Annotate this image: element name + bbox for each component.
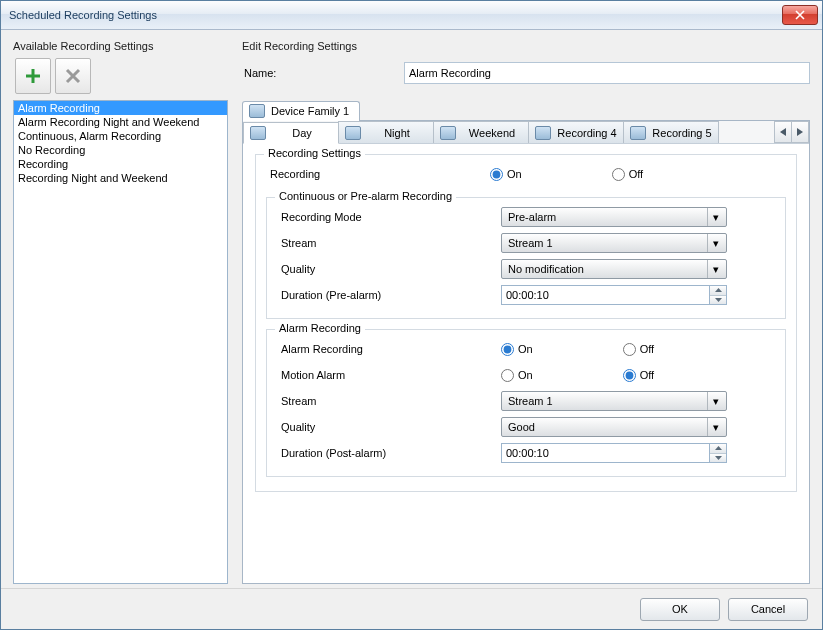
alarm-legend: Alarm Recording xyxy=(275,322,365,334)
chevron-down-icon: ▾ xyxy=(707,260,724,278)
chevron-left-icon xyxy=(780,128,786,136)
duration-pre-input[interactable] xyxy=(501,285,709,305)
chevron-down-icon: ▾ xyxy=(707,392,724,410)
available-settings-panel: Available Recording Settings Alarm Recor… xyxy=(13,40,228,584)
schedule-tab-night[interactable]: Night xyxy=(338,121,434,143)
list-item[interactable]: Recording xyxy=(14,157,227,171)
duration-pre-spinner[interactable] xyxy=(501,285,727,305)
list-item[interactable]: Continuous, Alarm Recording xyxy=(14,129,227,143)
delete-button[interactable] xyxy=(55,58,91,94)
titlebar: Scheduled Recording Settings xyxy=(1,1,822,30)
motion-on-radio[interactable] xyxy=(501,369,514,382)
alarmrec-on-radio[interactable] xyxy=(501,343,514,356)
name-input[interactable] xyxy=(404,62,810,84)
motion-off-radio[interactable] xyxy=(623,369,636,382)
stream-row: Stream Stream 1 ▾ xyxy=(277,230,775,256)
tab-scroll-right-button[interactable] xyxy=(792,121,809,143)
motion-on[interactable]: On xyxy=(501,369,533,382)
stream-label: Stream xyxy=(277,237,501,249)
schedule-icon xyxy=(535,126,551,140)
spin-down-button[interactable] xyxy=(710,454,726,463)
spin-up-button[interactable] xyxy=(710,286,726,296)
mode-select[interactable]: Pre-alarm ▾ xyxy=(501,207,727,227)
dialog-window: Scheduled Recording Settings Available R… xyxy=(0,0,823,630)
dialog-body: Available Recording Settings Alarm Recor… xyxy=(1,30,822,588)
recording-off-radio[interactable] xyxy=(612,168,625,181)
name-label: Name: xyxy=(244,67,404,79)
duration-post-spinner[interactable] xyxy=(501,443,727,463)
alarm-group: Alarm Recording Alarm Recording On xyxy=(266,329,786,477)
schedule-tab-weekend[interactable]: Weekend xyxy=(433,121,529,143)
alarmrec-row: Alarm Recording On Off xyxy=(277,336,775,362)
duration-pre-spinbtns xyxy=(709,285,727,305)
tab-scroll-left-button[interactable] xyxy=(774,121,792,143)
chevron-right-icon xyxy=(797,128,803,136)
alarmrec-off[interactable]: Off xyxy=(623,343,654,356)
stream2-select[interactable]: Stream 1 ▾ xyxy=(501,391,727,411)
motion-radios: On Off xyxy=(501,369,654,382)
chevron-down-icon xyxy=(715,456,722,460)
schedule-tab-label: Recording 4 xyxy=(557,127,617,139)
stream2-label: Stream xyxy=(277,395,501,407)
schedule-icon xyxy=(345,126,361,140)
duration-post-label: Duration (Post-alarm) xyxy=(277,447,501,459)
motion-label: Motion Alarm xyxy=(277,369,501,381)
continuous-legend: Continuous or Pre-alarm Recording xyxy=(275,190,456,202)
schedule-tab-recording-4[interactable]: Recording 4 xyxy=(528,121,624,143)
motion-row: Motion Alarm On Off xyxy=(277,362,775,388)
device-family-panel: DayNightWeekendRecording 4Recording 5 Re… xyxy=(242,120,810,584)
quality2-select[interactable]: Good ▾ xyxy=(501,417,727,437)
schedule-icon xyxy=(440,126,456,140)
alarmrec-label: Alarm Recording xyxy=(277,343,501,355)
quality-select[interactable]: No modification ▾ xyxy=(501,259,727,279)
recording-settings-legend: Recording Settings xyxy=(264,147,365,159)
stream-select[interactable]: Stream 1 ▾ xyxy=(501,233,727,253)
chevron-down-icon xyxy=(715,298,722,302)
device-family-tab-label: Device Family 1 xyxy=(271,105,349,117)
duration-post-spinbtns xyxy=(709,443,727,463)
chevron-down-icon: ▾ xyxy=(707,418,724,436)
available-settings-list[interactable]: Alarm RecordingAlarm Recording Night and… xyxy=(13,100,228,584)
schedule-icon xyxy=(630,126,646,140)
ok-button[interactable]: OK xyxy=(640,598,720,621)
recording-on-radio[interactable] xyxy=(490,168,503,181)
spin-down-button[interactable] xyxy=(710,296,726,305)
device-family-tab[interactable]: Device Family 1 xyxy=(242,101,360,121)
schedule-tab-nav xyxy=(774,121,809,143)
alarmrec-on[interactable]: On xyxy=(501,343,533,356)
list-item[interactable]: Alarm Recording Night and Weekend xyxy=(14,115,227,129)
list-item[interactable]: Recording Night and Weekend xyxy=(14,171,227,185)
camera-icon xyxy=(249,104,265,118)
recording-on[interactable]: On xyxy=(490,168,522,181)
continuous-group: Continuous or Pre-alarm Recording Record… xyxy=(266,197,786,319)
cancel-button[interactable]: Cancel xyxy=(728,598,808,621)
edit-settings-label: Edit Recording Settings xyxy=(242,40,810,52)
recording-off[interactable]: Off xyxy=(612,168,643,181)
edit-settings-panel: Edit Recording Settings Name: Device Fam… xyxy=(242,40,810,584)
recording-row: Recording On Off xyxy=(266,161,786,187)
recording-settings-group: Recording Settings Recording On Off xyxy=(255,154,797,492)
quality-label: Quality xyxy=(277,263,501,275)
schedule-tabs: DayNightWeekendRecording 4Recording 5 xyxy=(243,121,809,144)
recording-radios: On Off xyxy=(490,168,643,181)
motion-off[interactable]: Off xyxy=(623,369,654,382)
alarmrec-radios: On Off xyxy=(501,343,654,356)
spin-up-button[interactable] xyxy=(710,444,726,454)
quality-row: Quality No modification ▾ xyxy=(277,256,775,282)
duration-post-row: Duration (Post-alarm) xyxy=(277,440,775,466)
list-item[interactable]: No Recording xyxy=(14,143,227,157)
duration-pre-row: Duration (Pre-alarm) xyxy=(277,282,775,308)
schedule-tab-recording-5[interactable]: Recording 5 xyxy=(623,121,719,143)
dialog-footer: OK Cancel xyxy=(1,588,822,629)
plus-icon xyxy=(23,66,43,86)
add-button[interactable] xyxy=(15,58,51,94)
duration-post-input[interactable] xyxy=(501,443,709,463)
schedule-tab-day[interactable]: Day xyxy=(243,122,339,144)
delete-icon xyxy=(64,67,82,85)
close-button[interactable] xyxy=(782,5,818,25)
schedule-tab-label: Day xyxy=(272,127,332,139)
list-item[interactable]: Alarm Recording xyxy=(14,101,227,115)
schedule-tab-label: Recording 5 xyxy=(652,127,712,139)
alarmrec-off-radio[interactable] xyxy=(623,343,636,356)
duration-pre-label: Duration (Pre-alarm) xyxy=(277,289,501,301)
